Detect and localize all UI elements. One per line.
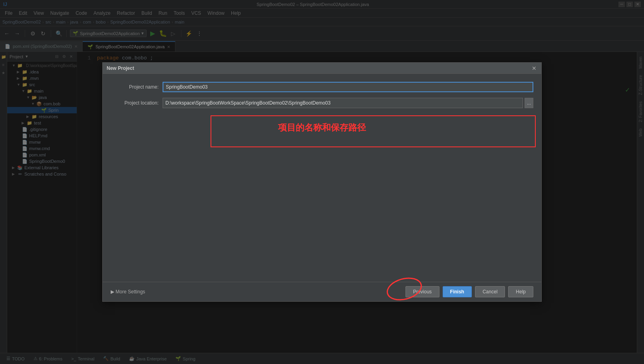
location-row: ... bbox=[163, 98, 533, 108]
modal-overlay: New Project ✕ Project name: Project loca… bbox=[0, 0, 644, 364]
new-project-dialog: New Project ✕ Project name: Project loca… bbox=[102, 62, 542, 302]
more-settings[interactable]: ▶ More Settings bbox=[111, 289, 145, 295]
cancel-button[interactable]: Cancel bbox=[475, 286, 505, 297]
project-name-label: Project name: bbox=[111, 84, 159, 90]
dialog-title: New Project bbox=[107, 65, 134, 71]
project-name-row: Project name: bbox=[111, 82, 533, 92]
more-settings-label: ▶ More Settings bbox=[111, 289, 145, 295]
dialog-body: Project name: Project location: ... 项目的名… bbox=[103, 74, 541, 212]
previous-button[interactable]: Previous bbox=[405, 286, 439, 297]
browse-button[interactable]: ... bbox=[525, 98, 533, 108]
footer-buttons: Previous Finish Cancel Help bbox=[405, 286, 533, 297]
dialog-close-button[interactable]: ✕ bbox=[531, 65, 537, 71]
dialog-spacer bbox=[103, 212, 541, 282]
finish-button[interactable]: Finish bbox=[443, 286, 472, 297]
project-name-input[interactable] bbox=[163, 82, 533, 92]
project-location-row: Project location: ... bbox=[111, 98, 533, 108]
dialog-footer: ▶ More Settings Previous Finish Cancel H… bbox=[103, 282, 541, 301]
help-button[interactable]: Help bbox=[508, 286, 533, 297]
project-location-label: Project location: bbox=[111, 100, 159, 106]
project-location-input[interactable] bbox=[163, 98, 523, 108]
annotation-text: 项目的名称和保存路径 bbox=[111, 122, 533, 134]
dialog-title-bar: New Project ✕ bbox=[103, 63, 541, 74]
